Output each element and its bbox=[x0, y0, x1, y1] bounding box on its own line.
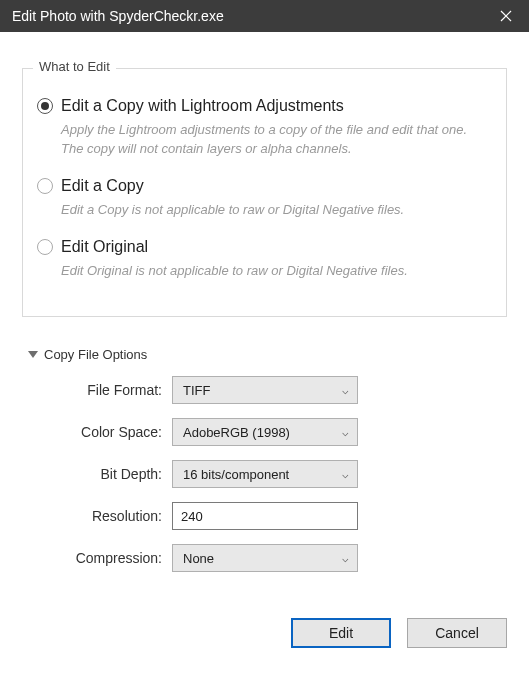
window-title: Edit Photo with SpyderCheckr.exe bbox=[12, 8, 224, 24]
radio-icon bbox=[37, 98, 53, 114]
resolution-label: Resolution: bbox=[22, 508, 172, 524]
radio-description: Edit a Copy is not applicable to raw or … bbox=[61, 201, 492, 220]
color-space-row: Color Space: AdobeRGB (1998) ⌵ bbox=[22, 418, 507, 446]
chevron-down-icon: ⌵ bbox=[342, 468, 349, 481]
select-value: 16 bits/component bbox=[183, 467, 289, 482]
radio-edit-original[interactable]: Edit Original bbox=[37, 238, 492, 256]
bit-depth-label: Bit Depth: bbox=[22, 466, 172, 482]
close-icon bbox=[500, 10, 512, 22]
what-to-edit-legend: What to Edit bbox=[33, 59, 116, 74]
resolution-input[interactable] bbox=[172, 502, 358, 530]
resolution-row: Resolution: bbox=[22, 502, 507, 530]
file-format-row: File Format: TIFF ⌵ bbox=[22, 376, 507, 404]
radio-edit-copy[interactable]: Edit a Copy bbox=[37, 177, 492, 195]
radio-icon bbox=[37, 178, 53, 194]
what-to-edit-group: What to Edit Edit a Copy with Lightroom … bbox=[22, 68, 507, 317]
radio-description: Apply the Lightroom adjustments to a cop… bbox=[61, 121, 492, 159]
radio-edit-copy-with-adjustments[interactable]: Edit a Copy with Lightroom Adjustments bbox=[37, 97, 492, 115]
color-space-select[interactable]: AdobeRGB (1998) ⌵ bbox=[172, 418, 358, 446]
close-button[interactable] bbox=[483, 0, 529, 32]
compression-select[interactable]: None ⌵ bbox=[172, 544, 358, 572]
color-space-label: Color Space: bbox=[22, 424, 172, 440]
radio-label: Edit Original bbox=[61, 238, 148, 256]
titlebar: Edit Photo with SpyderCheckr.exe bbox=[0, 0, 529, 32]
bit-depth-row: Bit Depth: 16 bits/component ⌵ bbox=[22, 460, 507, 488]
radio-label: Edit a Copy bbox=[61, 177, 144, 195]
radio-group: Edit a Copy with Lightroom Adjustments A… bbox=[37, 97, 492, 280]
select-value: AdobeRGB (1998) bbox=[183, 425, 290, 440]
radio-description: Edit Original is not applicable to raw o… bbox=[61, 262, 492, 281]
select-value: None bbox=[183, 551, 214, 566]
bit-depth-select[interactable]: 16 bits/component ⌵ bbox=[172, 460, 358, 488]
disclosure-triangle-icon bbox=[28, 351, 38, 358]
file-format-label: File Format: bbox=[22, 382, 172, 398]
chevron-down-icon: ⌵ bbox=[342, 426, 349, 439]
radio-icon bbox=[37, 239, 53, 255]
compression-label: Compression: bbox=[22, 550, 172, 566]
copy-file-options-label: Copy File Options bbox=[44, 347, 147, 362]
cancel-button[interactable]: Cancel bbox=[407, 618, 507, 648]
chevron-down-icon: ⌵ bbox=[342, 552, 349, 565]
radio-label: Edit a Copy with Lightroom Adjustments bbox=[61, 97, 344, 115]
compression-row: Compression: None ⌵ bbox=[22, 544, 507, 572]
chevron-down-icon: ⌵ bbox=[342, 384, 349, 397]
edit-button[interactable]: Edit bbox=[291, 618, 391, 648]
select-value: TIFF bbox=[183, 383, 210, 398]
dialog-buttons: Edit Cancel bbox=[0, 586, 529, 648]
dialog-content: What to Edit Edit a Copy with Lightroom … bbox=[0, 32, 529, 572]
file-format-select[interactable]: TIFF ⌵ bbox=[172, 376, 358, 404]
copy-file-options-header[interactable]: Copy File Options bbox=[28, 347, 507, 362]
